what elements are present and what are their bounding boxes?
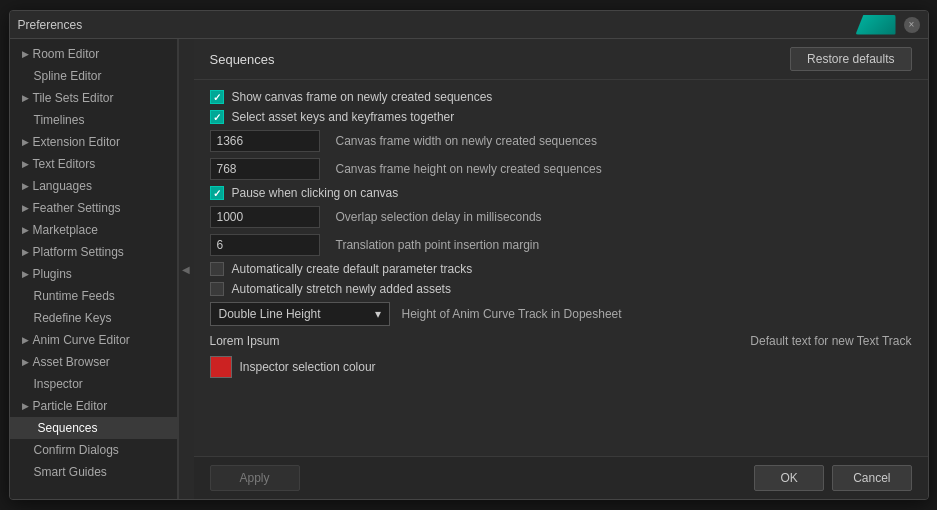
- checkbox-row-select-asset-keys: ✓Select asset keys and keyframes togethe…: [210, 110, 912, 124]
- sidebar-item-label: Anim Curve Editor: [33, 333, 130, 347]
- dropdown-label: Height of Anim Curve Track in Dopesheet: [402, 307, 622, 321]
- apply-button[interactable]: Apply: [210, 465, 300, 491]
- restore-defaults-button[interactable]: Restore defaults: [790, 47, 911, 71]
- titlebar: Preferences ×: [10, 11, 928, 39]
- sidebar-item-particle-editor[interactable]: ▶Particle Editor: [10, 395, 177, 417]
- sidebar-item-text-editors[interactable]: ▶Text Editors: [10, 153, 177, 175]
- dialog-title: Preferences: [18, 18, 83, 32]
- input-row-overlap-delay: Overlap selection delay in milliseconds: [210, 206, 912, 228]
- sidebar-item-inspector[interactable]: Inspector: [10, 373, 177, 395]
- sidebar-item-asset-browser[interactable]: ▶Asset Browser: [10, 351, 177, 373]
- sidebar-item-label: Feather Settings: [33, 201, 121, 215]
- sidebar-item-label: Tile Sets Editor: [33, 91, 114, 105]
- sidebar-item-anim-curve-editor[interactable]: ▶Anim Curve Editor: [10, 329, 177, 351]
- sidebar-item-label: Languages: [33, 179, 92, 193]
- sidebar-item-label: Timelines: [34, 113, 85, 127]
- chevron-icon: ▶: [22, 181, 29, 191]
- ok-button[interactable]: OK: [754, 465, 824, 491]
- dropdown-arrow-icon: ▾: [375, 307, 381, 321]
- sidebar-item-label: Asset Browser: [33, 355, 110, 369]
- sidebar-item-label: Confirm Dialogs: [34, 443, 119, 457]
- checkbox-label-auto-stretch: Automatically stretch newly added assets: [232, 282, 451, 296]
- checkmark-icon: ✓: [213, 112, 221, 123]
- chevron-icon: ▶: [22, 49, 29, 59]
- chevron-icon: ▶: [22, 335, 29, 345]
- sidebar-item-label: Plugins: [33, 267, 72, 281]
- canvas-height-label: Canvas frame height on newly created seq…: [336, 162, 602, 176]
- sidebar-item-tile-sets-editor[interactable]: ▶Tile Sets Editor: [10, 87, 177, 109]
- sidebar: ▶Room EditorSpline Editor▶Tile Sets Edit…: [10, 39, 178, 499]
- chevron-icon: ▶: [22, 247, 29, 257]
- sidebar-item-label: Runtime Feeds: [34, 289, 115, 303]
- dropdown-row-line-height: Double Line Height▾Height of Anim Curve …: [210, 302, 912, 326]
- sidebar-item-label: Inspector: [34, 377, 83, 391]
- sidebar-item-redefine-keys[interactable]: Redefine Keys: [10, 307, 177, 329]
- sidebar-item-label: Smart Guides: [34, 465, 107, 479]
- lorem-ipsum-value: Lorem Ipsum: [210, 334, 280, 348]
- line-height-dropdown[interactable]: Double Line Height▾: [210, 302, 390, 326]
- canvas-width-input[interactable]: [210, 130, 320, 152]
- chevron-icon: ▶: [22, 137, 29, 147]
- checkbox-row-pause-when-clicking: ✓Pause when clicking on canvas: [210, 186, 912, 200]
- chevron-icon: ▶: [22, 269, 29, 279]
- sidebar-item-runtime-feeds[interactable]: Runtime Feeds: [10, 285, 177, 307]
- checkbox-row-auto-create-default: Automatically create default parameter t…: [210, 262, 912, 276]
- sidebar-item-label: Room Editor: [33, 47, 100, 61]
- overlap-delay-label: Overlap selection delay in milliseconds: [336, 210, 542, 224]
- sidebar-item-plugins[interactable]: ▶Plugins: [10, 263, 177, 285]
- sidebar-item-platform-settings[interactable]: ▶Platform Settings: [10, 241, 177, 263]
- default-text-track-label: Default text for new Text Track: [750, 334, 911, 348]
- checkbox-label-auto-create-default: Automatically create default parameter t…: [232, 262, 473, 276]
- sidebar-item-feather-settings[interactable]: ▶Feather Settings: [10, 197, 177, 219]
- canvas-height-input[interactable]: [210, 158, 320, 180]
- dropdown-value: Double Line Height: [219, 307, 321, 321]
- lorem-ipsum-row: Lorem IpsumDefault text for new Text Tra…: [210, 334, 912, 348]
- checkmark-icon: ✓: [213, 188, 221, 199]
- sidebar-item-confirm-dialogs[interactable]: Confirm Dialogs: [10, 439, 177, 461]
- sidebar-item-room-editor[interactable]: ▶Room Editor: [10, 43, 177, 65]
- sidebar-item-label: Marketplace: [33, 223, 98, 237]
- chevron-icon: ▶: [22, 159, 29, 169]
- checkbox-pause-when-clicking[interactable]: ✓: [210, 186, 224, 200]
- sidebar-item-languages[interactable]: ▶Languages: [10, 175, 177, 197]
- checkbox-auto-stretch[interactable]: [210, 282, 224, 296]
- main-panel: Sequences Restore defaults ✓Show canvas …: [194, 39, 928, 499]
- input-row-translation-margin: Translation path point insertion margin: [210, 234, 912, 256]
- checkbox-show-canvas-frame[interactable]: ✓: [210, 90, 224, 104]
- sidebar-item-marketplace[interactable]: ▶Marketplace: [10, 219, 177, 241]
- checkbox-label-show-canvas-frame: Show canvas frame on newly created seque…: [232, 90, 493, 104]
- main-body: ✓Show canvas frame on newly created sequ…: [194, 80, 928, 456]
- preferences-dialog: Preferences × ▶Room EditorSpline Editor▶…: [9, 10, 929, 500]
- chevron-icon: ▶: [22, 357, 29, 367]
- sidebar-item-label: Sequences: [38, 421, 98, 435]
- sidebar-collapse-button[interactable]: ◀: [178, 39, 194, 499]
- checkbox-auto-create-default[interactable]: [210, 262, 224, 276]
- close-button[interactable]: ×: [904, 17, 920, 33]
- sidebar-item-label: Platform Settings: [33, 245, 124, 259]
- sidebar-item-timelines[interactable]: Timelines: [10, 109, 177, 131]
- checkmark-icon: ✓: [213, 92, 221, 103]
- canvas-width-label: Canvas frame width on newly created sequ…: [336, 134, 597, 148]
- checkbox-row-show-canvas-frame: ✓Show canvas frame on newly created sequ…: [210, 90, 912, 104]
- chevron-icon: ▶: [22, 93, 29, 103]
- sidebar-item-label: Text Editors: [33, 157, 96, 171]
- sidebar-item-extension-editor[interactable]: ▶Extension Editor: [10, 131, 177, 153]
- section-title: Sequences: [210, 52, 275, 67]
- color-swatch-inspector[interactable]: [210, 356, 232, 378]
- checkbox-select-asset-keys[interactable]: ✓: [210, 110, 224, 124]
- sidebar-item-label: Redefine Keys: [34, 311, 112, 325]
- sidebar-item-smart-guides[interactable]: Smart Guides: [10, 461, 177, 483]
- sidebar-item-label: Extension Editor: [33, 135, 120, 149]
- translation-margin-input[interactable]: [210, 234, 320, 256]
- main-header: Sequences Restore defaults: [194, 39, 928, 80]
- color-row-inspector: Inspector selection colour: [210, 356, 912, 378]
- overlap-delay-input[interactable]: [210, 206, 320, 228]
- sidebar-item-label: Particle Editor: [33, 399, 108, 413]
- chevron-icon: ▶: [22, 203, 29, 213]
- sidebar-item-sequences[interactable]: Sequences: [10, 417, 177, 439]
- translation-margin-label: Translation path point insertion margin: [336, 238, 540, 252]
- cancel-button[interactable]: Cancel: [832, 465, 911, 491]
- checkbox-label-pause-when-clicking: Pause when clicking on canvas: [232, 186, 399, 200]
- sidebar-item-spline-editor[interactable]: Spline Editor: [10, 65, 177, 87]
- footer: Apply OK Cancel: [194, 456, 928, 499]
